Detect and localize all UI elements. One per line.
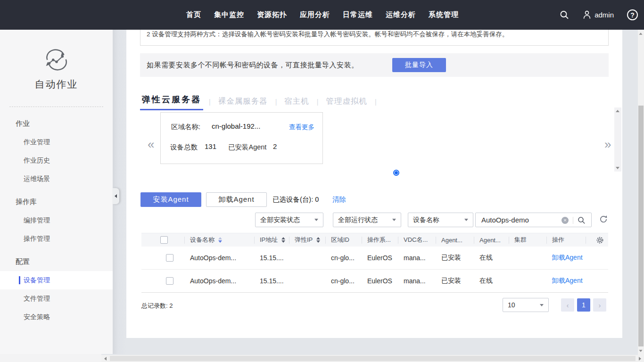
clear-input-icon[interactable]: × <box>561 217 569 224</box>
uninstall-agent-button[interactable]: 卸载Agent <box>206 192 267 207</box>
row-checkbox[interactable] <box>166 277 173 285</box>
header-label: 弹性IP <box>295 236 313 244</box>
column-settings-icon[interactable] <box>596 236 604 244</box>
row-select-cell <box>155 277 184 285</box>
vertical-scrollbar-thumb[interactable] <box>638 106 644 346</box>
sort-asc-icon <box>316 237 320 239</box>
sidebar-item-orchestration-management[interactable]: 编排管理 <box>0 211 113 230</box>
carousel-dot-indicator[interactable] <box>393 170 399 176</box>
uninstall-agent-link[interactable]: 卸载Agent <box>552 254 583 262</box>
carousel-scrollbar[interactable] <box>614 107 621 172</box>
region-card[interactable]: 区域名称: cn-global-192... 查看更多 设备总数 131 已安装… <box>160 112 323 164</box>
nav-item-daily-ops[interactable]: 日常运维 <box>343 10 373 19</box>
sort-asc-icon <box>218 237 222 239</box>
row-expand-cell <box>141 279 155 283</box>
sidebar-item-device-management[interactable]: 设备管理 <box>0 271 113 289</box>
header-elastic-ip[interactable]: 弹性IP <box>289 233 325 247</box>
tab-elastic-cloud-server[interactable]: 弹性云服务器 <box>140 94 203 110</box>
help-icon[interactable]: ? <box>627 9 638 20</box>
row-checkbox[interactable] <box>166 254 173 262</box>
sidebar-item-ops-scenarios[interactable]: 运维场景 <box>0 170 113 188</box>
chevron-down-icon <box>464 219 468 221</box>
uninstall-agent-link[interactable]: 卸载Agent <box>552 277 583 285</box>
tab-managed-vm[interactable]: 管理虚拟机 <box>324 96 369 110</box>
search-field-value: 设备名称 <box>413 216 439 224</box>
tab-separator: | <box>375 98 377 110</box>
nav-item-ops-analysis[interactable]: 运维分析 <box>386 10 416 19</box>
header-cluster: 集群 <box>509 233 546 247</box>
search-icon[interactable] <box>559 10 570 20</box>
sidebar-item-security-policy[interactable]: 安全策略 <box>0 308 113 326</box>
sidebar-item-file-management[interactable]: 文件管理 <box>0 289 113 308</box>
scroll-left-icon[interactable] <box>104 357 107 361</box>
sidebar-section-jobs: 作业 <box>0 114 113 133</box>
sidebar: 自动作业 作业 作业管理 作业历史 运维场景 操作库 编排管理 操作管理 配置 … <box>0 30 113 354</box>
table-row[interactable]: AutoOps-dem... 15.15.... cn-glo... Euler… <box>141 270 608 293</box>
input-divider <box>573 217 573 224</box>
device-search-input[interactable] <box>476 213 553 227</box>
sort-icons-eip[interactable] <box>316 237 320 243</box>
collapse-sidebar-handle[interactable] <box>113 188 119 204</box>
cell-agent-run-status: 在线 <box>474 277 509 285</box>
sort-desc-icon <box>281 240 285 243</box>
scroll-up-icon[interactable] <box>616 110 619 112</box>
nav-item-app-analysis[interactable]: 应用分析 <box>300 10 330 19</box>
header-ip-address[interactable]: IP地址 <box>254 233 289 247</box>
scroll-up-icon[interactable] <box>639 33 642 35</box>
carousel-prev-icon[interactable]: « <box>148 138 154 150</box>
banner-text: 如果需要安装多个不同帐号和密码的设备，可直接批量导入安装。 <box>147 53 359 77</box>
chevron-down-icon <box>392 219 396 221</box>
user-menu[interactable]: admin <box>583 10 614 19</box>
page-size-select[interactable]: 10 <box>503 298 549 312</box>
agent-installed-value: 2 <box>273 142 277 150</box>
page-1-button[interactable]: 1 <box>577 298 590 312</box>
sidebar-menu: 作业 作业管理 作业历史 运维场景 操作库 编排管理 操作管理 配置 设备管理 … <box>0 114 113 326</box>
header-select <box>155 233 184 247</box>
scroll-right-icon[interactable] <box>639 357 641 361</box>
total-records-label: 总记录数: 2 <box>141 298 173 313</box>
tab-bare-metal-server[interactable]: 裸金属服务器 <box>216 96 270 110</box>
sidebar-item-job-management[interactable]: 作业管理 <box>0 133 113 151</box>
top-navbar: 首页 集中监控 资源拓扑 应用分析 日常运维 运维分析 系统管理 admin ? <box>0 0 644 30</box>
install-status-select[interactable]: 全部安装状态 <box>255 213 323 227</box>
device-total-label: 设备总数 <box>170 143 198 152</box>
header-os: 操作系... <box>362 233 398 247</box>
header-agent-run-status: Agent... <box>474 233 509 247</box>
username-label: admin <box>594 11 614 19</box>
sort-icons-device-name[interactable] <box>218 237 222 243</box>
nav-item-monitoring[interactable]: 集中监控 <box>214 10 244 19</box>
cell-os: EulerOS <box>362 254 398 262</box>
view-more-link[interactable]: 查看更多 <box>289 123 314 132</box>
clear-selection-link[interactable]: 清除 <box>332 192 346 207</box>
nav-item-topology[interactable]: 资源拓扑 <box>257 10 287 19</box>
horizontal-scrollbar-thumb[interactable] <box>110 356 636 361</box>
scroll-down-icon[interactable] <box>616 167 619 169</box>
vertical-scrollbar[interactable] <box>638 30 644 355</box>
sidebar-item-job-history[interactable]: 作业历史 <box>0 151 113 170</box>
refresh-icon[interactable] <box>599 214 608 224</box>
scroll-down-icon[interactable] <box>639 350 642 352</box>
header-actions: 操作 <box>546 233 586 247</box>
nav-right-tools: admin ? <box>559 0 638 30</box>
run-status-select[interactable]: 全部运行状态 <box>333 213 401 227</box>
tab-host-machine[interactable]: 宿主机 <box>282 96 311 110</box>
nav-item-home[interactable]: 首页 <box>186 10 201 19</box>
header-device-name[interactable]: 设备名称 <box>184 233 254 247</box>
nav-item-system-mgmt[interactable]: 系统管理 <box>429 10 459 19</box>
search-submit-icon[interactable] <box>578 216 586 224</box>
sidebar-item-label: 设备管理 <box>24 276 50 284</box>
sort-icons-ip[interactable] <box>281 237 285 243</box>
app-logo-icon <box>42 48 71 72</box>
horizontal-scrollbar[interactable] <box>101 355 644 362</box>
table-row[interactable]: AutoOps-dem... 15.15.... cn-glo... Euler… <box>141 247 608 270</box>
select-all-checkbox[interactable] <box>160 236 168 244</box>
prev-page-button[interactable]: ‹ <box>561 298 574 312</box>
next-page-button[interactable]: › <box>593 298 606 312</box>
batch-import-button[interactable]: 批量导入 <box>392 58 446 72</box>
install-agent-button[interactable]: 安装Agent <box>140 192 201 207</box>
cell-vdc-name: mana... <box>398 277 436 285</box>
sidebar-item-operation-management[interactable]: 操作管理 <box>0 230 113 248</box>
carousel-next-icon[interactable]: » <box>604 138 611 150</box>
sort-desc-icon <box>218 240 222 243</box>
search-field-select[interactable]: 设备名称 <box>408 213 473 227</box>
